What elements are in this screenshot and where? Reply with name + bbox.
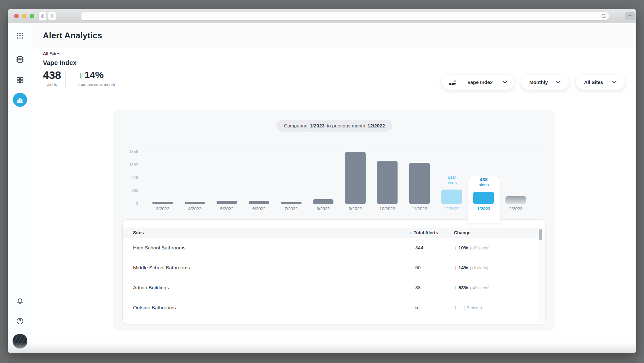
sidebar-item-dashboard[interactable] — [15, 76, 24, 85]
sidebar-item-account[interactable] — [13, 334, 27, 349]
chevron-right-icon — [50, 14, 54, 18]
sort-ascending-icon: ↑ — [409, 230, 412, 235]
change-delta: (+6 alerts) — [470, 266, 488, 270]
bar-9/2022[interactable] — [345, 152, 366, 204]
table-body: High School Bathrooms344↓10%(-37 alerts)… — [123, 238, 538, 318]
x-axis-label-2/2023: 2/2023 — [501, 206, 530, 211]
total-alerts-value: 344 — [415, 245, 423, 250]
column-header-change[interactable]: Change — [454, 230, 470, 235]
metric-change-pct: 14% — [84, 69, 104, 81]
change-cell: ↓53%(-42 alerts) — [454, 285, 489, 291]
chevron-down-icon — [612, 81, 617, 84]
column-header-total-alerts[interactable]: ↑ Total Alerts — [409, 230, 438, 235]
table-row[interactable]: Admin Buildings38↓53%(-42 alerts) — [123, 278, 538, 298]
x-axis-label-11/2022: 11/2022 — [405, 206, 434, 211]
x-axis-label-12/2022: 12/2022 — [437, 206, 466, 211]
metric-dropdown[interactable]: Vape Index — [442, 75, 514, 90]
total-alerts-value: 5 — [415, 305, 418, 310]
sidebar-item-analytics[interactable] — [13, 93, 27, 107]
sites-dropdown[interactable]: All Sites — [576, 75, 625, 90]
bar-annotation-12/2022: 510alerts — [437, 174, 466, 185]
y-axis-tick: 1856 — [123, 149, 138, 154]
gridline — [142, 152, 545, 152]
bar-chart-icon — [16, 96, 24, 103]
column-header-sites[interactable]: Sites — [133, 230, 144, 235]
trend-down-icon: ↓ — [78, 69, 82, 81]
sidebar — [8, 23, 32, 353]
active-indicator — [13, 93, 27, 107]
site-name: Admin Buildings — [133, 285, 169, 291]
bar-4/2022[interactable] — [185, 202, 205, 204]
x-axis-label-8/2022: 8/2022 — [309, 206, 338, 211]
sidebar-item-notifications[interactable] — [16, 298, 24, 306]
change-delta: (-37 alerts) — [470, 246, 489, 250]
metric-summary: 438 alerts — [43, 69, 61, 87]
bar-annotation-1/2023: 438alerts — [469, 177, 498, 188]
annotation-unit: alerts — [469, 182, 498, 188]
divider — [65, 71, 66, 88]
metric-unit: alerts — [47, 82, 57, 87]
change-pct: 10% — [458, 245, 468, 250]
bar-3/2022[interactable] — [152, 202, 173, 204]
forward-button[interactable] — [48, 12, 56, 20]
sidebar-item-devices[interactable] — [15, 55, 24, 64]
minimize-window-button[interactable] — [22, 14, 26, 18]
metric-change: ↓ 14% from previous month — [78, 69, 115, 87]
sites-dropdown-label: All Sites — [584, 79, 603, 85]
y-axis-tick: 464 — [123, 189, 138, 193]
change-pct: 53% — [458, 285, 468, 290]
bar-7/2022[interactable] — [281, 202, 302, 204]
site-name: Outside Bathrooms — [133, 305, 176, 311]
bar-10/2022[interactable] — [377, 161, 398, 204]
sensor-icon — [15, 55, 24, 64]
sidebar-item-apps[interactable] — [16, 32, 24, 40]
site-name: Middle School Bathrooms — [133, 265, 190, 271]
new-tab-button[interactable]: + — [625, 12, 635, 20]
close-window-button[interactable] — [14, 14, 19, 18]
table-row[interactable]: Middle School Bathrooms50↑14%(+6 alerts) — [123, 258, 538, 278]
total-alerts-value: 38 — [415, 285, 421, 290]
bar-1/2023[interactable] — [473, 192, 494, 204]
annotation-value: 510 — [437, 174, 466, 180]
bar-11/2022[interactable] — [409, 163, 430, 204]
bar-5/2022[interactable] — [216, 201, 237, 204]
table-row[interactable]: High School Bathrooms344↓10%(-37 alerts) — [123, 238, 538, 258]
bar-12/2022[interactable] — [441, 190, 462, 204]
annotation-unit: alerts — [437, 180, 466, 185]
app-header: Alert Analytics — [32, 23, 636, 48]
table-row[interactable]: Outside Bathrooms5↑--(+5 alerts) — [123, 298, 538, 318]
x-axis-label-6/2022: 6/2022 — [245, 206, 274, 211]
help-icon — [16, 317, 24, 325]
back-button[interactable] — [38, 12, 47, 20]
total-alerts-value: 50 — [415, 265, 421, 270]
change-cell: ↑14%(+6 alerts) — [454, 265, 488, 271]
sidebar-item-help[interactable] — [16, 317, 24, 325]
chevron-down-icon — [503, 81, 507, 84]
table-scrollbar[interactable] — [538, 228, 545, 324]
change-pct: -- — [458, 305, 462, 310]
context-label: All Sites — [43, 51, 60, 56]
address-bar[interactable] — [80, 12, 609, 21]
scrollbar-thumb[interactable] — [539, 229, 542, 240]
bar-2/2023[interactable] — [505, 196, 526, 204]
x-axis-label-1/2023: 1/2023 — [469, 206, 498, 211]
x-axis-label-4/2022: 4/2022 — [180, 206, 209, 211]
filter-bar: Vape Index Monthly All Sites — [442, 75, 625, 90]
metric-title: Vape Index — [43, 59, 77, 67]
period-dropdown-label: Monthly — [529, 79, 548, 85]
trend-up-icon: ↑ — [454, 305, 457, 311]
x-axis-label-3/2022: 3/2022 — [148, 206, 177, 211]
bar-8/2022[interactable] — [313, 199, 333, 204]
bar-6/2022[interactable] — [249, 201, 269, 204]
metric-value: 438 — [43, 69, 61, 81]
main-content: Alert Analytics All Sites Vape Index 438… — [32, 23, 636, 353]
vape-icon — [449, 79, 457, 86]
apps-grid-icon — [16, 32, 24, 40]
site-name: High School Bathrooms — [133, 245, 186, 251]
metric-dropdown-label: Vape Index — [457, 79, 503, 85]
zoom-window-button[interactable] — [30, 14, 34, 18]
refresh-button[interactable] — [601, 13, 606, 19]
period-dropdown[interactable]: Monthly — [521, 75, 569, 90]
metric-change-note: from previous month — [78, 82, 115, 87]
trend-up-icon: ↑ — [454, 265, 457, 271]
